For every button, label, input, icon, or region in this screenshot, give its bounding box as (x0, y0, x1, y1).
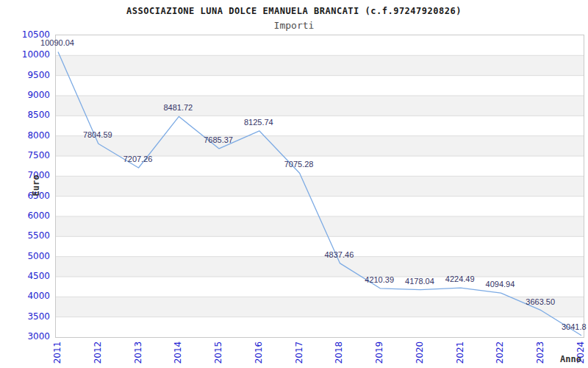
chart-canvas: ASSOCIAZIONE LUNA DOLCE EMANUELA BRANCAT… (0, 0, 588, 368)
x-tick-label: 2017 (293, 339, 305, 366)
y-tick-label: 4500 (0, 270, 50, 282)
x-tick-label-text: 2013 (133, 340, 143, 365)
y-tick-label: 4000 (0, 290, 50, 302)
y-tick-label: 6500 (0, 190, 50, 202)
data-point-label: 7075.28 (284, 160, 314, 169)
data-point-label: 4224.49 (445, 275, 475, 284)
data-point-label: 3041.8 (562, 322, 587, 332)
y-tick-label: 9500 (0, 69, 50, 81)
line-chart-svg (56, 35, 584, 337)
background-band (56, 176, 584, 196)
x-tick-label: 2019 (373, 339, 385, 366)
x-tick-label-text: 2023 (535, 340, 545, 365)
x-tick-label-text: 2015 (213, 340, 223, 365)
x-tick-label-text: 2014 (173, 340, 183, 365)
x-tick-label-text: 2021 (455, 340, 465, 365)
x-tick-label: 2012 (92, 339, 104, 366)
data-point-label: 7685.37 (204, 135, 233, 145)
background-band (56, 257, 584, 277)
y-tick-label: 5000 (0, 250, 50, 262)
background-band (56, 55, 584, 75)
background-band (56, 136, 584, 156)
x-tick-label-text: 2022 (495, 340, 505, 365)
data-point-label: 4210.39 (365, 275, 394, 285)
background-band (56, 96, 584, 116)
x-tick-label: 2022 (494, 339, 506, 366)
y-tick-label: 3500 (0, 311, 50, 322)
chart-title: ASSOCIAZIONE LUNA DOLCE EMANUELA BRANCAT… (0, 6, 588, 16)
y-tick-label: 7500 (0, 149, 50, 161)
data-point-label: 4837.46 (324, 250, 354, 260)
x-tick-label: 2018 (333, 339, 345, 366)
data-point-label: 7207.26 (123, 155, 153, 164)
x-tick-label-text: 2019 (374, 340, 384, 365)
background-band (56, 216, 584, 236)
x-tick-label-text: 2016 (254, 340, 264, 365)
x-tick-label: 2016 (253, 339, 265, 366)
plot-area (55, 35, 584, 338)
y-axis-title-text: Euro (31, 171, 41, 199)
data-point-label: 3663.50 (526, 297, 555, 307)
x-tick-label: 2023 (534, 339, 546, 366)
x-axis-title: Anno (560, 354, 581, 364)
y-tick-label: 8000 (0, 130, 50, 141)
x-tick-label: 2013 (132, 339, 144, 366)
data-point-label: 10090.04 (40, 38, 74, 48)
x-tick-label: 2020 (414, 339, 426, 366)
x-tick-label-text: 2011 (52, 340, 62, 365)
y-tick-label: 10000 (0, 49, 50, 60)
x-tick-label-text: 2012 (93, 340, 103, 365)
y-tick-label: 5500 (0, 230, 50, 241)
x-tick-label: 2021 (454, 339, 466, 366)
x-tick-label-text: 2017 (294, 340, 304, 365)
data-point-label: 4094.94 (486, 280, 515, 289)
x-tick-label: 2015 (212, 339, 224, 366)
y-axis-title: Euro (30, 171, 42, 200)
data-point-label: 4178.04 (405, 277, 434, 286)
x-tick-label: 2011 (51, 339, 63, 366)
y-tick-label: 8500 (0, 109, 50, 121)
y-tick-label: 3000 (0, 330, 50, 342)
x-tick-label: 2014 (172, 339, 184, 366)
data-point-label: 7804.59 (83, 130, 112, 140)
data-point-label: 8125.74 (244, 118, 273, 127)
y-tick-label: 7000 (0, 169, 50, 181)
chart-subtitle: Importi (0, 20, 588, 31)
y-tick-label: 9000 (0, 89, 50, 101)
y-tick-label: 6000 (0, 210, 50, 222)
x-tick-label-text: 2018 (334, 340, 344, 365)
data-point-label: 8481.72 (163, 103, 193, 113)
background-band (56, 297, 584, 316)
x-tick-label-text: 2020 (415, 340, 425, 365)
